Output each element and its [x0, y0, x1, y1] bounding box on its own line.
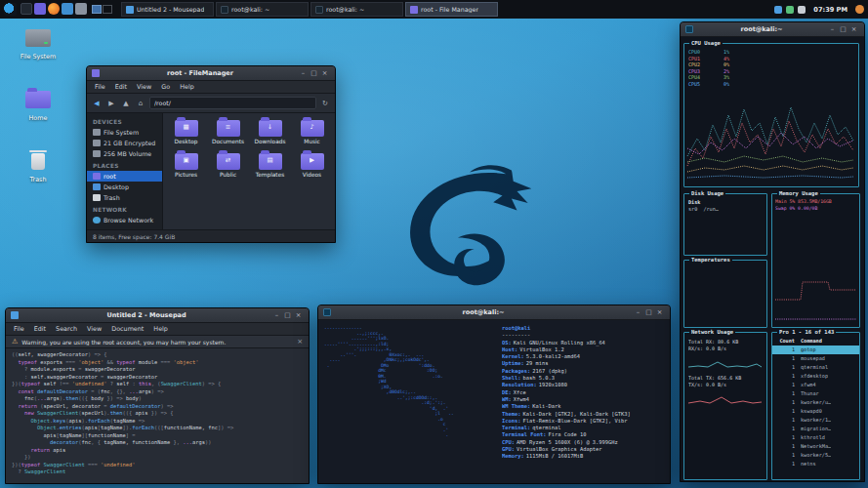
info-line: Memory:1115MiB / 16017MiB: [502, 453, 664, 460]
desktop-icon[interactable]: File System: [8, 26, 68, 61]
taskbar-window-button[interactable]: root@kali: ~: [216, 2, 309, 17]
process-row[interactable]: 1netns: [772, 460, 859, 468]
menu-item[interactable]: File: [90, 83, 110, 91]
maximize-button[interactable]: □: [309, 66, 319, 81]
folder-emblem-icon: ⇄: [217, 156, 240, 164]
volume-icon[interactable]: [798, 6, 806, 14]
home-button[interactable]: ⌂: [135, 100, 146, 107]
info-label: WM:: [502, 396, 512, 402]
process-command: migration…: [801, 425, 831, 433]
folder-item[interactable]: ♪Music: [291, 120, 333, 144]
maximize-button[interactable]: □: [643, 305, 654, 320]
process-row[interactable]: 1mousepad: [772, 354, 859, 363]
folder-item[interactable]: ↓Downloads: [249, 120, 291, 144]
launcher-icon[interactable]: [34, 3, 46, 15]
close-button[interactable]: ×: [319, 66, 330, 81]
gotop-titlebar[interactable]: root@kali:~ – □ ×: [681, 22, 864, 37]
menu-item[interactable]: View: [132, 83, 156, 91]
user-avatar[interactable]: [855, 5, 864, 14]
menu-item[interactable]: Help: [148, 325, 173, 333]
text-editor-area[interactable]: ((self, swaggerDecorator) => { typeof ex…: [6, 348, 309, 483]
back-button[interactable]: ◀: [91, 100, 103, 107]
maximize-button[interactable]: □: [838, 22, 848, 37]
menu-item[interactable]: Document: [106, 325, 148, 333]
mousepad-titlebar[interactable]: Untitled 2 - Mousepad – □ ×: [6, 308, 309, 323]
close-button[interactable]: ×: [848, 22, 859, 37]
taskbar-window-button[interactable]: Untitled 2 - Mousepad: [121, 2, 214, 17]
minimize-button[interactable]: –: [633, 305, 643, 320]
folder-item[interactable]: ▤Templates: [249, 153, 291, 178]
taskbar-window-button[interactable]: root - File Manager: [405, 2, 498, 17]
minimize-button[interactable]: –: [827, 22, 838, 37]
maximize-button[interactable]: □: [282, 308, 293, 323]
process-command: xfwm4: [801, 381, 816, 389]
desktop-icon[interactable]: Trash: [8, 149, 68, 183]
terminal-titlebar[interactable]: root@kali:~ – □ ×: [318, 305, 670, 320]
taskbar-window-button[interactable]: root@kali: ~: [310, 2, 403, 17]
launcher-icon[interactable]: [75, 3, 87, 15]
file-manager-titlebar[interactable]: root - FileManager – □ ×: [87, 66, 335, 81]
desktop-icon-glyph: [8, 26, 68, 50]
sidebar-item[interactable]: Trash: [87, 192, 162, 203]
workspace-cell[interactable]: [92, 5, 102, 14]
sidebar-item[interactable]: root: [87, 171, 162, 182]
close-button[interactable]: ×: [654, 305, 665, 320]
process-row[interactable]: 1xfwm4: [772, 381, 859, 389]
clock[interactable]: 07:39 PM: [813, 6, 847, 14]
menu-item[interactable]: Search: [51, 325, 82, 333]
network-icon[interactable]: [786, 6, 794, 14]
process-row[interactable]: 1kworker/u…: [772, 398, 859, 407]
process-row[interactable]: 1qterminal: [772, 363, 859, 372]
info-label: OS:: [502, 340, 512, 346]
process-row[interactable]: 1kworker/5…: [772, 451, 859, 460]
menu-item[interactable]: Go: [156, 83, 175, 91]
up-button[interactable]: ▲: [120, 100, 132, 107]
file-manager-sidebar: DEVICESFile System21 GB Encrypted256 MB …: [87, 113, 163, 229]
minimize-button[interactable]: –: [298, 66, 309, 81]
process-row[interactable]: 1NetworkMa…: [772, 442, 859, 451]
gotop-content[interactable]: CPU Usage CPU01%CPU14%CPU20%CPU32%CPU43%…: [681, 37, 864, 481]
reload-button[interactable]: ↻: [319, 100, 331, 107]
sidebar-item[interactable]: Browse Network: [87, 215, 162, 225]
command-column-header: Command: [801, 338, 822, 344]
menu-item[interactable]: Help: [175, 83, 199, 91]
launcher-icon[interactable]: [21, 3, 32, 15]
menu-item[interactable]: View: [82, 325, 106, 333]
process-row[interactable]: 1xfdesktop: [772, 372, 859, 381]
sidebar-item[interactable]: 256 MB Volume: [87, 148, 162, 159]
sidebar-item[interactable]: 21 GB Encrypted: [87, 138, 162, 148]
process-row[interactable]: 1kswapd0: [772, 407, 859, 416]
folder-item[interactable]: ⇄Public: [207, 153, 249, 178]
menu-item[interactable]: Edit: [29, 325, 51, 333]
desktop-icon-glyph: [8, 88, 68, 111]
launcher-icon[interactable]: [62, 3, 73, 15]
close-button[interactable]: ×: [293, 308, 304, 323]
sidebar-item[interactable]: Desktop: [87, 182, 162, 192]
memory-usage-box-title: Memory Usage: [777, 190, 820, 197]
sidebar-item[interactable]: File System: [87, 127, 162, 138]
process-row[interactable]: 1kworker/1…: [772, 416, 859, 425]
kali-menu-button[interactable]: [4, 3, 17, 16]
launcher-icon[interactable]: [48, 3, 60, 15]
info-label: Icons:: [502, 418, 520, 424]
process-row[interactable]: 1migration…: [772, 425, 859, 433]
network-tx-line: Total TX: 656.6 KB: [688, 375, 763, 382]
process-row[interactable]: 1kthrotld: [772, 433, 859, 442]
warning-close-icon[interactable]: ×: [297, 338, 303, 346]
clipboard-icon[interactable]: [774, 6, 782, 14]
folder-item[interactable]: ▣Pictures: [165, 153, 207, 178]
forward-button[interactable]: ▶: [105, 100, 117, 107]
folder-item[interactable]: ▦Desktop: [165, 120, 207, 144]
menu-item[interactable]: Edit: [110, 83, 132, 91]
workspace-cell[interactable]: [103, 5, 112, 14]
folder-item[interactable]: ≡Documents: [207, 120, 249, 144]
process-row[interactable]: 1gotop: [772, 346, 859, 354]
menu-item[interactable]: File: [9, 325, 29, 333]
minimize-button[interactable]: –: [271, 308, 282, 323]
terminal-content[interactable]: .............. ..,;:ccc,. ......''';lxO.…: [318, 320, 670, 483]
code-line: })(typeof self !== 'undefined' ? self : …: [12, 381, 303, 388]
path-input[interactable]: [149, 97, 316, 109]
folder-item[interactable]: ▶Videos: [291, 153, 333, 178]
process-row[interactable]: 1Thunar: [772, 389, 859, 398]
desktop-icon[interactable]: Home: [8, 88, 68, 122]
